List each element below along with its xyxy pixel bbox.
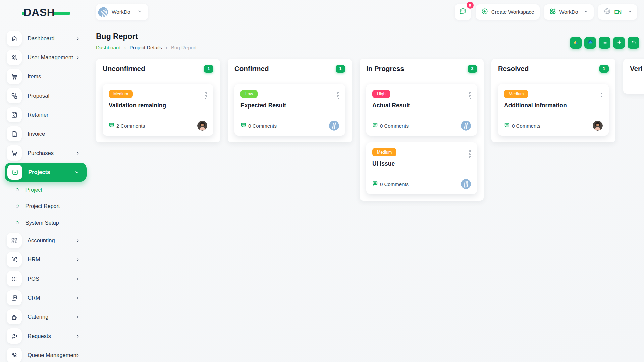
sidebar-item-hrm[interactable]: HRM (0, 250, 91, 269)
comments-link[interactable]: 0 Comments (240, 122, 277, 129)
breadcrumb-current: Bug Report (171, 45, 197, 50)
add-button[interactable] (613, 37, 625, 49)
breadcrumb-separator: › (124, 45, 126, 50)
breadcrumb: Dashboard › Project Details › Bug Report (96, 45, 197, 50)
create-workspace-button[interactable]: Create Workspace (476, 4, 540, 20)
sidebar-item-purchases[interactable]: Purchases (0, 143, 91, 163)
undo-icon (631, 39, 637, 47)
sidebar-item-items[interactable]: Items (0, 67, 91, 86)
sidebar-item-proposal[interactable]: Proposal (0, 86, 91, 105)
priority-badge: Low (240, 90, 258, 98)
sidebar-item-dashboard[interactable]: Dashboard (0, 29, 91, 48)
card-title: Actual Result (372, 102, 471, 109)
comments-count: 2 Comments (116, 123, 145, 129)
card-menu-button[interactable] (336, 90, 340, 101)
sidebar-item-queue-management[interactable]: Queue Management (0, 346, 91, 362)
kanban-column-in-progress: In Progress 2 High Actual Result 0 Comme… (360, 59, 484, 201)
comments-link[interactable]: 0 Comments (504, 122, 540, 129)
assignee-avatar woman-photo[interactable] (197, 121, 207, 131)
workspace-selector[interactable]: WorkDo (96, 4, 148, 20)
sidebar-item-requests[interactable]: Requests (0, 326, 91, 346)
task-card[interactable]: Medium Validation remaining 2 Comments (103, 84, 213, 136)
back-button[interactable] (628, 37, 639, 49)
card-menu-button[interactable] (204, 90, 208, 101)
assignee-avatar building-icon[interactable] (461, 179, 471, 189)
coffee-icon (7, 309, 22, 324)
plus-icon (616, 39, 622, 47)
org-switcher-label: WorkDo (559, 9, 578, 15)
column-body: Medium Validation remaining 2 Comments (96, 78, 220, 142)
card-menu-button[interactable] (599, 90, 604, 101)
language-selector[interactable]: EN (598, 4, 637, 20)
comment-icon (372, 122, 378, 129)
chevron-right-icon (75, 315, 80, 319)
onedrive-icon (587, 39, 594, 47)
comments-count: 0 Comments (512, 123, 540, 129)
sidebar-item-projects[interactable]: Projects (5, 163, 87, 182)
sidebar-item-retainer[interactable]: Retainer (0, 105, 91, 124)
task-card[interactable]: High Actual Result 0 Comments (366, 84, 477, 136)
chevron-right-icon (75, 36, 80, 41)
trolley-icon (7, 69, 22, 84)
sidebar-item-invoice[interactable]: Invoice (0, 124, 91, 143)
comments-link[interactable]: 0 Comments (372, 181, 409, 187)
breadcrumb-dashboard[interactable]: Dashboard (96, 45, 120, 50)
chevron-right-icon (75, 277, 80, 281)
column-title: Veri (630, 65, 643, 73)
list-view-button[interactable] (599, 37, 610, 49)
sidebar-item-pos[interactable]: POS (0, 269, 91, 288)
task-card[interactable]: Medium Ui issue 0 Comments (366, 142, 477, 194)
task-card[interactable]: Low Expected Result 0 Comments (234, 84, 345, 136)
assignee-avatar building-icon[interactable] (329, 121, 339, 131)
overlap-squares-icon (7, 290, 22, 305)
sidebar-subitem-project[interactable]: Project (0, 182, 91, 198)
sidebar-subitem-system-setup[interactable]: System Setup (0, 215, 91, 231)
sidebar: Dashboard User Management Items Proposal… (0, 29, 91, 362)
task-card[interactable]: Medium Additional Information 0 Comments (498, 84, 609, 136)
chevron-down-icon (74, 170, 79, 175)
document-icon (7, 126, 22, 141)
column-count-badge: 2 (468, 65, 477, 73)
sidebar-item-accounting[interactable]: Accounting (0, 231, 91, 250)
google-drive-button[interactable] (570, 37, 582, 49)
trolley-icon (7, 145, 22, 161)
sidebar-item-user-management[interactable]: User Management (0, 48, 91, 67)
column-count-badge: 1 (336, 65, 345, 73)
column-header: Veri (623, 59, 644, 78)
language-label: EN (614, 9, 622, 15)
sidebar-item-catering[interactable]: Catering (0, 307, 91, 326)
chat-icon (459, 7, 467, 17)
card-menu-button[interactable] (468, 90, 472, 101)
home-icon (7, 31, 22, 46)
breadcrumb-project-details[interactable]: Project Details (129, 45, 162, 50)
chevron-down-icon (628, 9, 632, 15)
sidebar-subitem-project-report[interactable]: Project Report (0, 198, 91, 215)
column-title: Unconfirmed (103, 65, 145, 73)
card-title: Additional Information (504, 102, 603, 109)
onedrive-button[interactable] (584, 37, 596, 49)
messages-button[interactable]: 0 (455, 4, 471, 20)
chevron-right-icon (75, 296, 80, 300)
kanban-column-confirmed: Confirmed 1 Low Expected Result 0 Commen… (228, 59, 352, 142)
column-title: Confirmed (234, 65, 269, 73)
column-count-badge: 1 (204, 65, 213, 73)
comment-icon (240, 122, 246, 129)
person-focus-icon (7, 252, 22, 267)
kanban-column-verified-clipped: Veri (623, 59, 644, 94)
logo-text: DASH (23, 7, 55, 19)
assignee-avatar building-icon[interactable] (461, 121, 471, 131)
workspace-avatar building-icon (98, 7, 108, 17)
segment-circle-icon (15, 220, 19, 226)
column-title: In Progress (366, 65, 404, 73)
comments-link[interactable]: 2 Comments (109, 122, 145, 129)
comments-link[interactable]: 0 Comments (372, 122, 409, 129)
org-switcher-button[interactable]: WorkDo (544, 4, 594, 20)
card-footer: 0 Comments (372, 121, 471, 131)
comments-count: 0 Comments (248, 123, 277, 129)
assignee-avatar woman-photo[interactable] (593, 121, 603, 131)
kanban-column-resolved: Resolved 1 Medium Additional Information… (491, 59, 615, 142)
sidebar-item-crm[interactable]: CRM (0, 288, 91, 307)
card-menu-button[interactable] (468, 149, 472, 159)
column-header: Confirmed 1 (228, 59, 352, 78)
app-logo[interactable]: DASH (22, 7, 70, 19)
